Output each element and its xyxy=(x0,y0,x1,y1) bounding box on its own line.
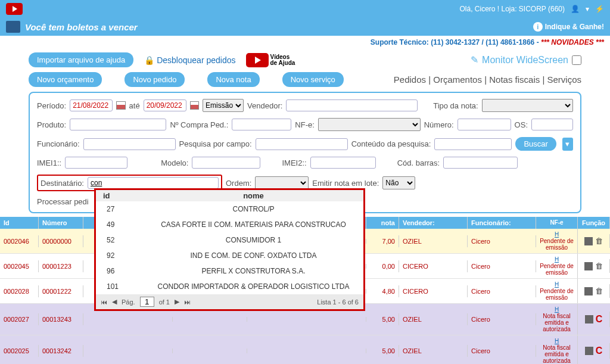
boletos-warning[interactable]: Você tem boletos a vencer xyxy=(25,22,138,32)
widescreen-checkbox[interactable] xyxy=(572,55,581,65)
support-line: Suporte Técnico: (11) 3042-1327 / (11) 4… xyxy=(0,36,610,49)
tipo-nota-select[interactable] xyxy=(482,99,573,112)
autocomplete-item[interactable]: 49CASA FORTE II COM. MATERIAIS PARA CONS… xyxy=(96,217,363,232)
nova-nota-button[interactable]: Nova nota xyxy=(207,72,259,87)
edit-icon: ✎ xyxy=(471,54,478,66)
ordem-select[interactable] xyxy=(255,176,309,189)
tab-orcamentos[interactable]: Orçamentos xyxy=(433,74,482,85)
autocomplete-item[interactable]: 101CONDOR IMPORTADOR & OPERADOR LOGISTIC… xyxy=(96,279,363,294)
pesquisa-campo-input[interactable] xyxy=(256,138,348,150)
data-ate-input[interactable] xyxy=(144,99,186,111)
tab-notas[interactable]: Notas fiscais xyxy=(489,74,540,85)
processar-label: Processar pedi xyxy=(37,197,89,206)
tab-pedidos[interactable]: Pedidos xyxy=(394,74,426,85)
list-icon[interactable] xyxy=(584,262,593,270)
trash-icon[interactable]: 🗑 xyxy=(595,262,603,270)
destinatario-input[interactable] xyxy=(88,177,219,189)
tab-servicos[interactable]: Serviços xyxy=(547,74,581,85)
expand-icon[interactable]: ▾ xyxy=(562,138,573,151)
funcionario-input[interactable] xyxy=(83,138,176,150)
novidades-link[interactable]: *** NOVIDADES *** xyxy=(541,38,604,46)
last-page-icon[interactable]: ⏭ xyxy=(184,298,191,306)
numero-input[interactable] xyxy=(458,119,511,130)
videos-ajuda-link[interactable]: Vídeosde Ajuda xyxy=(246,53,295,67)
prev-page-icon[interactable]: ◀ xyxy=(112,298,117,306)
caret-icon[interactable]: ▾ xyxy=(586,5,589,13)
lote-select[interactable]: Não xyxy=(382,176,415,189)
autocomplete-item[interactable]: 92IND E COM. DE CONF. OXDATO LTDA xyxy=(96,248,363,263)
autocomplete-item[interactable]: 27CONTROL/P xyxy=(96,201,363,217)
youtube-icon xyxy=(246,53,269,67)
autocomplete-item[interactable]: 96PERFIL X CONSTRUTORA S.A. xyxy=(96,263,363,279)
bolt-icon[interactable]: ⚡ xyxy=(595,5,604,13)
table-row[interactable]: 0002025 00013242 5,00 OZIEL Cicero HNota… xyxy=(0,335,610,364)
lock-icon: 🔒 xyxy=(144,55,154,65)
calendar-icon[interactable] xyxy=(190,101,199,110)
list-icon[interactable] xyxy=(584,237,593,245)
toolbar: Importar arquivo de ajuda 🔒 Desbloquear … xyxy=(0,49,610,71)
computer-icon xyxy=(6,21,20,33)
autocomplete-item[interactable]: 52CONSUMIDOR 1 xyxy=(96,232,363,248)
indique-link[interactable]: i Indique & Ganhe! xyxy=(533,22,604,32)
produto-input[interactable] xyxy=(70,119,166,130)
data-de-input[interactable] xyxy=(70,99,113,111)
os-input[interactable] xyxy=(531,119,573,130)
importar-button[interactable]: Importar arquivo de ajuda xyxy=(29,52,133,67)
destinatario-autocomplete: id nome 27CONTROL/P49CASA FORTE II COM. … xyxy=(94,188,365,311)
topbar: Olá, Cicero ! Loja: SICORP (660) 👤 ▾ ⚡ xyxy=(0,0,610,18)
compra-input[interactable] xyxy=(232,119,291,130)
trash-icon[interactable]: 🗑 xyxy=(595,287,603,295)
modelo-input[interactable] xyxy=(192,157,260,169)
trash-icon[interactable]: 🗑 xyxy=(595,237,603,245)
desbloquear-link[interactable]: 🔒 Desbloquear pedidos xyxy=(144,55,235,65)
info-icon: i xyxy=(533,22,543,32)
imei1-input[interactable] xyxy=(65,157,127,169)
emissao-select[interactable]: Emissão xyxy=(203,99,244,112)
cancel-icon[interactable]: C xyxy=(596,346,603,356)
list-icon[interactable] xyxy=(585,347,593,355)
cod-barras-input[interactable] xyxy=(443,157,518,169)
subbar: Você tem boletos a vencer i Indique & Ga… xyxy=(0,18,610,36)
vendedor-input[interactable] xyxy=(286,99,418,111)
nav-row: Novo orçamento Novo pedido Nova nota Nov… xyxy=(0,71,610,92)
list-icon[interactable] xyxy=(585,315,593,323)
novo-servico-button[interactable]: Novo serviço xyxy=(282,72,344,87)
page-number-input[interactable] xyxy=(140,297,154,307)
novo-pedido-button[interactable]: Novo pedido xyxy=(125,72,185,87)
nfe-select[interactable] xyxy=(318,118,421,131)
nav-links: Pedidos | Orçamentos | Notas fiscais | S… xyxy=(394,74,581,85)
next-page-icon[interactable]: ▶ xyxy=(175,298,179,306)
buscar-button[interactable]: Buscar xyxy=(515,137,556,151)
greeting: Olá, Cicero ! Loja: SICORP (660) xyxy=(459,5,565,13)
cancel-icon[interactable]: C xyxy=(596,314,603,325)
youtube-icon[interactable] xyxy=(6,3,23,15)
list-icon[interactable] xyxy=(584,287,593,295)
calendar-icon[interactable] xyxy=(116,101,125,110)
conteudo-input[interactable] xyxy=(434,138,512,150)
first-page-icon[interactable]: ⏮ xyxy=(101,298,107,306)
imei2-input[interactable] xyxy=(310,157,376,169)
monitor-widescreen[interactable]: ✎ Monitor WideScreen xyxy=(471,54,581,66)
user-icon[interactable]: 👤 xyxy=(571,5,580,13)
novo-orcamento-button[interactable]: Novo orçamento xyxy=(29,72,102,87)
popup-pager: ⏮ ◀ Pág. of 1 ▶ ⏭ Lista 1 - 6 of 6 xyxy=(96,294,363,309)
